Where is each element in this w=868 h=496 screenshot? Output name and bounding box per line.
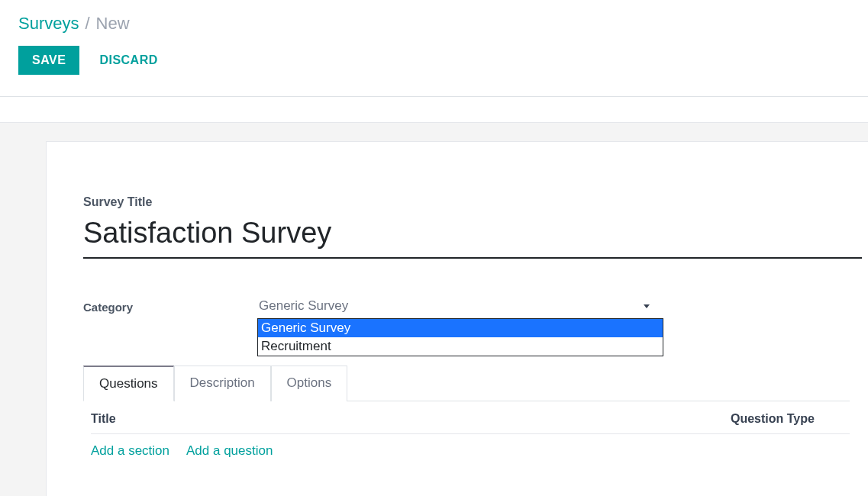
category-label: Category (83, 301, 259, 314)
discard-button[interactable]: DISCARD (95, 53, 162, 68)
action-buttons: SAVE DISCARD (18, 46, 850, 75)
dropdown-option-recruitment[interactable]: Recruitment (258, 337, 663, 356)
save-button[interactable]: SAVE (18, 46, 79, 75)
category-select-wrap: Generic Survey Generic Survey Recruitmen… (259, 295, 653, 319)
tab-questions[interactable]: Questions (83, 366, 174, 401)
add-section-link[interactable]: Add a section (91, 443, 169, 459)
survey-title-field: Survey Title (83, 195, 850, 259)
tab-options[interactable]: Options (271, 366, 348, 401)
tabs: Questions Description Options (83, 365, 850, 401)
dropdown-option-generic[interactable]: Generic Survey (258, 319, 663, 337)
form-sheet-bg: Survey Title Category Generic Survey Gen… (0, 123, 868, 496)
category-dropdown: Generic Survey Recruitment (257, 318, 663, 356)
category-select[interactable]: Generic Survey (259, 295, 653, 319)
category-selected-value: Generic Survey (259, 298, 348, 314)
table-header: Title Question Type (91, 412, 850, 434)
questions-table: Title Question Type Add a section Add a … (83, 401, 850, 459)
survey-title-input[interactable] (83, 214, 862, 259)
form-sheet: Survey Title Category Generic Survey Gen… (46, 141, 868, 496)
survey-title-label: Survey Title (83, 195, 850, 209)
caret-down-icon (644, 304, 650, 308)
column-header-title: Title (91, 412, 731, 426)
breadcrumb: Surveys / New (18, 14, 850, 34)
add-question-link[interactable]: Add a question (186, 443, 273, 459)
page-header: Surveys / New SAVE DISCARD (0, 0, 868, 96)
table-footer: Add a section Add a question (91, 434, 850, 459)
category-field: Category Generic Survey Generic Survey R… (83, 295, 850, 319)
tab-description[interactable]: Description (174, 366, 271, 401)
status-bar-area (0, 97, 868, 123)
breadcrumb-separator: / (85, 14, 89, 34)
breadcrumb-current: New (96, 14, 130, 34)
breadcrumb-root-link[interactable]: Surveys (18, 14, 79, 34)
column-header-type: Question Type (731, 412, 850, 426)
